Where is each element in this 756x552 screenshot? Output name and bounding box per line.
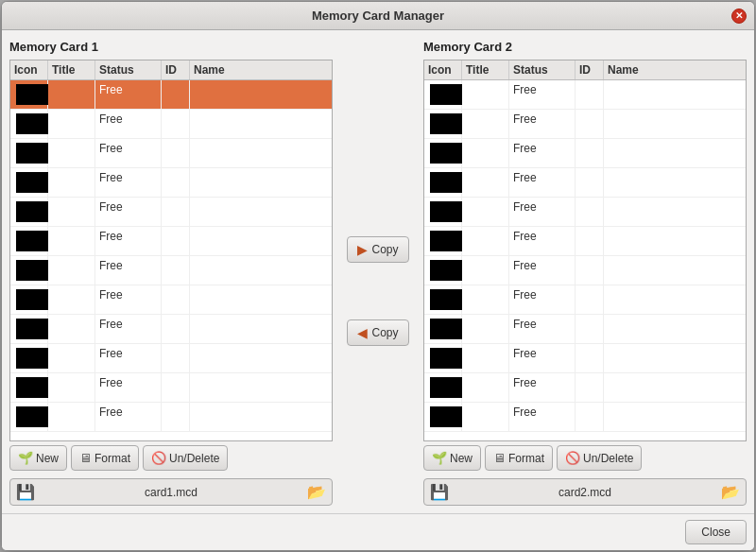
card1-id-0 xyxy=(162,80,190,109)
window-footer: Close xyxy=(2,513,754,550)
card2-panel: Memory Card 2 Icon Title Status ID Name … xyxy=(423,38,747,506)
content-area: Memory Card 1 Icon Title Status ID Name … xyxy=(2,30,754,513)
card1-col-title: Title xyxy=(48,60,95,79)
card1-table: Icon Title Status ID Name Free xyxy=(9,60,333,441)
card1-col-id: ID xyxy=(162,60,190,79)
card2-new-label: New xyxy=(450,452,472,465)
copy-right-arrow: ▶ xyxy=(357,242,368,257)
card1-panel: Memory Card 1 Icon Title Status ID Name … xyxy=(9,38,333,506)
card2-undelete-icon: 🚫 xyxy=(565,451,580,465)
card1-col-status: Status xyxy=(95,60,162,79)
card1-filename: card1.mcd xyxy=(41,486,301,499)
card2-file-bar: 💾 card2.mcd 📂 xyxy=(423,478,747,506)
card2-row-10[interactable]: Free xyxy=(424,373,746,403)
copy-left-arrow: ◀ xyxy=(357,325,368,340)
card2-row-8[interactable]: Free xyxy=(424,315,746,344)
card1-header: Icon Title Status ID Name xyxy=(10,60,332,80)
card1-title-0 xyxy=(48,80,95,109)
card1-row-8[interactable]: Free xyxy=(10,315,332,344)
copy-left-button[interactable]: ◀ Copy xyxy=(347,319,408,346)
card1-row-9[interactable]: Free xyxy=(10,344,332,373)
card2-format-label: Format xyxy=(508,452,544,465)
card2-row-2[interactable]: Free xyxy=(424,139,746,168)
card2-table: Icon Title Status ID Name Free xyxy=(423,60,747,441)
card1-row-1[interactable]: Free xyxy=(10,110,332,139)
new-icon: 🌱 xyxy=(18,451,33,465)
card2-undelete-button[interactable]: 🚫 Un/Delete xyxy=(557,445,642,471)
card1-row-3[interactable]: Free xyxy=(10,168,332,198)
card1-row-5[interactable]: Free xyxy=(10,227,332,256)
card1-row-6[interactable]: Free xyxy=(10,256,332,285)
card2-col-status: Status xyxy=(509,60,576,79)
copy-right-button[interactable]: ▶ Copy xyxy=(347,236,408,263)
card2-row-6[interactable]: Free xyxy=(424,256,746,285)
card1-row-4[interactable]: Free xyxy=(10,198,332,227)
card1-format-button[interactable]: 🖥 Format xyxy=(71,445,139,471)
card1-open-icon[interactable]: 📂 xyxy=(307,483,326,501)
card2-row-1[interactable]: Free xyxy=(424,110,746,139)
card1-new-label: New xyxy=(36,452,59,465)
card2-row-7[interactable]: Free xyxy=(424,285,746,315)
card1-row-11[interactable]: Free xyxy=(10,403,332,432)
card2-row-11[interactable]: Free xyxy=(424,403,746,432)
card2-col-name: Name xyxy=(604,60,746,79)
window-close-button[interactable]: ✕ xyxy=(731,9,747,24)
card2-row-9[interactable]: Free xyxy=(424,344,746,373)
card2-format-button[interactable]: 🖥 Format xyxy=(485,445,553,471)
card1-new-button[interactable]: 🌱 New xyxy=(9,445,67,471)
window-title: Memory Card Manager xyxy=(312,9,444,23)
titlebar: Memory Card Manager ✕ xyxy=(2,2,754,30)
undelete-icon: 🚫 xyxy=(151,451,166,465)
card1-undelete-label: Un/Delete xyxy=(169,452,219,465)
card2-new-button[interactable]: 🌱 New xyxy=(423,445,481,471)
card1-title: Memory Card 1 xyxy=(9,38,333,56)
card2-row-0[interactable]: Free xyxy=(424,80,746,110)
format-icon: 🖥 xyxy=(79,451,92,465)
card2-body: Free Free Free xyxy=(424,80,746,432)
card1-row-0[interactable]: Free xyxy=(10,80,332,110)
card1-row-2[interactable]: Free xyxy=(10,139,332,168)
middle-panel: ▶ Copy ◀ Copy xyxy=(340,38,416,506)
card2-col-icon: Icon xyxy=(424,60,462,79)
card2-col-id: ID xyxy=(576,60,604,79)
card2-new-icon: 🌱 xyxy=(432,451,447,465)
card1-col-icon: Icon xyxy=(10,60,48,79)
card1-undelete-button[interactable]: 🚫 Un/Delete xyxy=(143,445,228,471)
card2-row-4[interactable]: Free xyxy=(424,198,746,227)
card2-row-3[interactable]: Free xyxy=(424,168,746,198)
card1-actions: 🌱 New 🖥 Format 🚫 Un/Delete xyxy=(9,445,333,471)
copy-left-label: Copy xyxy=(371,326,398,339)
card1-name-0 xyxy=(190,80,332,109)
card1-format-label: Format xyxy=(94,452,130,465)
card1-status-0: Free xyxy=(95,80,162,109)
card1-floppy-icon: 💾 xyxy=(16,483,35,501)
card1-icon-0 xyxy=(10,80,48,109)
card2-col-title: Title xyxy=(462,60,509,79)
card2-actions: 🌱 New 🖥 Format 🚫 Un/Delete xyxy=(423,445,747,471)
card1-row-7[interactable]: Free xyxy=(10,285,332,315)
card2-header: Icon Title Status ID Name xyxy=(424,60,746,80)
card2-floppy-icon: 💾 xyxy=(430,483,449,501)
copy-right-label: Copy xyxy=(371,243,398,256)
card1-file-bar: 💾 card1.mcd 📂 xyxy=(9,478,333,506)
card2-format-icon: 🖥 xyxy=(493,451,506,465)
card2-open-icon[interactable]: 📂 xyxy=(721,483,740,501)
card2-undelete-label: Un/Delete xyxy=(583,452,633,465)
main-window: Memory Card Manager ✕ Memory Card 1 Icon… xyxy=(1,1,755,551)
card1-body: Free Free Free xyxy=(10,80,332,432)
close-button[interactable]: Close xyxy=(685,520,747,544)
card1-row-10[interactable]: Free xyxy=(10,373,332,403)
card2-row-5[interactable]: Free xyxy=(424,227,746,256)
card1-col-name: Name xyxy=(190,60,332,79)
card2-title: Memory Card 2 xyxy=(423,38,747,56)
card2-filename: card2.mcd xyxy=(455,486,715,499)
